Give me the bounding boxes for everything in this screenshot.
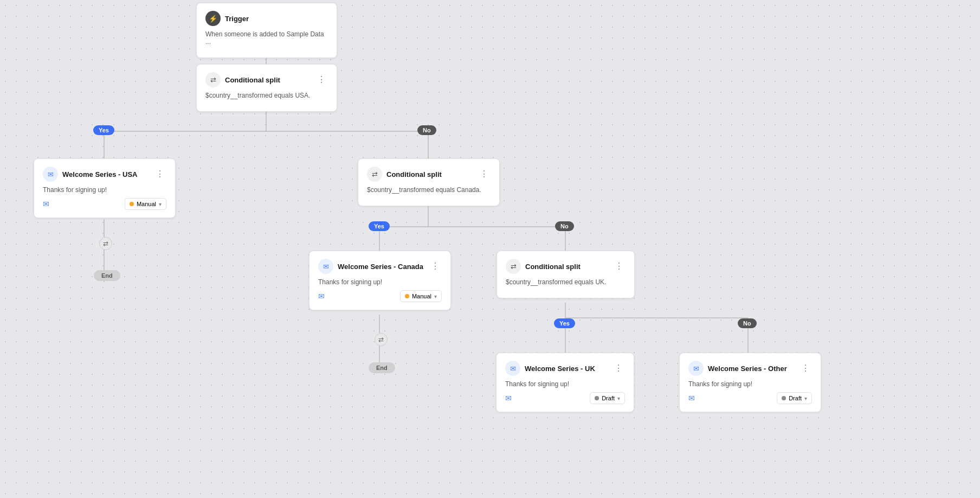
welcome-canada-more-button[interactable]: ⋮ — [429, 261, 442, 272]
welcome-other-card: ✉ Welcome Series - Other ⋮ Thanks for si… — [679, 353, 821, 412]
welcome-uk-more-button[interactable]: ⋮ — [612, 363, 625, 374]
chevron-down-icon-other: ▾ — [804, 395, 807, 401]
no-badge-3: No — [738, 318, 757, 328]
welcome-canada-title: Welcome Series - Canada — [338, 263, 423, 271]
welcome-other-subtitle: Thanks for signing up! — [688, 380, 812, 388]
welcome-uk-subtitle: Thanks for signing up! — [505, 380, 625, 388]
trigger-title: Trigger — [225, 15, 249, 23]
welcome-other-more-button[interactable]: ⋮ — [799, 363, 812, 374]
welcome-canada-status: Manual — [412, 293, 431, 299]
conditional-split-2-card: ⇄ Conditional split ⋮ $country__transfor… — [358, 158, 500, 206]
welcome-other-title: Welcome Series - Other — [708, 365, 787, 373]
split-icon-1: ⇄ — [205, 72, 221, 87]
split-icon-3: ⇄ — [506, 259, 521, 274]
welcome-canada-status-button[interactable]: Manual ▾ — [400, 290, 442, 302]
email-icon-canada: ✉ — [318, 259, 333, 274]
split-2-more-button[interactable]: ⋮ — [478, 169, 491, 180]
email-icon-footer-usa: ✉ — [43, 200, 49, 208]
conditional-split-1-card: ⇄ Conditional split ⋮ $country__transfor… — [196, 64, 337, 112]
email-icon-other: ✉ — [688, 361, 704, 376]
chevron-down-icon-canada: ▾ — [434, 293, 437, 299]
no-badge-2: No — [555, 221, 574, 231]
welcome-uk-title: Welcome Series - UK — [525, 365, 595, 373]
trigger-icon: ⚡ — [205, 11, 221, 26]
email-icon-footer-canada: ✉ — [318, 292, 325, 301]
welcome-usa-title: Welcome Series - USA — [62, 170, 137, 178]
no-badge-1: No — [417, 125, 436, 135]
email-icon-uk: ✉ — [505, 361, 520, 376]
trigger-subtitle: When someone is added to Sample Data ... — [205, 30, 328, 46]
status-dot-uk — [595, 396, 599, 400]
welcome-usa-more-button[interactable]: ⋮ — [153, 169, 166, 180]
split-indicator-usa: ⇄ — [99, 237, 112, 250]
split-3-title: Conditional split — [525, 263, 581, 271]
welcome-canada-card: ✉ Welcome Series - Canada ⋮ Thanks for s… — [309, 251, 451, 310]
split-2-condition: $country__transformed equals Canada. — [367, 186, 491, 194]
split-3-condition: $country__transformed equals UK. — [506, 278, 626, 286]
split-1-condition: $country__transformed equals USA. — [205, 92, 328, 99]
split-2-title: Conditional split — [386, 170, 442, 178]
yes-badge-3: Yes — [554, 318, 575, 328]
conditional-split-3-card: ⇄ Conditional split ⋮ $country__transfor… — [497, 251, 635, 298]
status-dot-usa — [130, 202, 134, 206]
email-icon-footer-uk: ✉ — [505, 394, 512, 403]
yes-badge-2: Yes — [369, 221, 390, 231]
email-icon-usa: ✉ — [43, 167, 58, 182]
split-3-more-button[interactable]: ⋮ — [612, 261, 626, 272]
welcome-uk-card: ✉ Welcome Series - UK ⋮ Thanks for signi… — [496, 353, 634, 412]
welcome-other-status: Draft — [789, 395, 802, 401]
split-1-more-button[interactable]: ⋮ — [315, 74, 328, 85]
email-icon-footer-other: ✉ — [688, 394, 695, 403]
welcome-uk-status: Draft — [602, 395, 615, 401]
status-dot-canada — [405, 294, 409, 298]
split-icon-2: ⇄ — [367, 167, 382, 182]
welcome-usa-status-button[interactable]: Manual ▾ — [125, 198, 166, 210]
welcome-other-status-button[interactable]: Draft ▾ — [777, 392, 812, 404]
split-indicator-canada: ⇄ — [375, 333, 388, 346]
chevron-down-icon-uk: ▾ — [617, 395, 620, 401]
trigger-card: ⚡ Trigger When someone is added to Sampl… — [196, 3, 337, 58]
chevron-down-icon-usa: ▾ — [159, 201, 162, 207]
welcome-usa-card: ✉ Welcome Series - USA ⋮ Thanks for sign… — [34, 158, 176, 218]
status-dot-other — [782, 396, 786, 400]
welcome-uk-status-button[interactable]: Draft ▾ — [590, 392, 625, 404]
end-node-usa: End — [94, 270, 120, 281]
welcome-usa-subtitle: Thanks for signing up! — [43, 186, 166, 194]
yes-badge-1: Yes — [93, 125, 114, 135]
welcome-usa-status: Manual — [137, 201, 156, 207]
end-node-canada: End — [369, 362, 395, 373]
welcome-canada-subtitle: Thanks for signing up! — [318, 278, 442, 286]
split-1-title: Conditional split — [225, 76, 280, 84]
